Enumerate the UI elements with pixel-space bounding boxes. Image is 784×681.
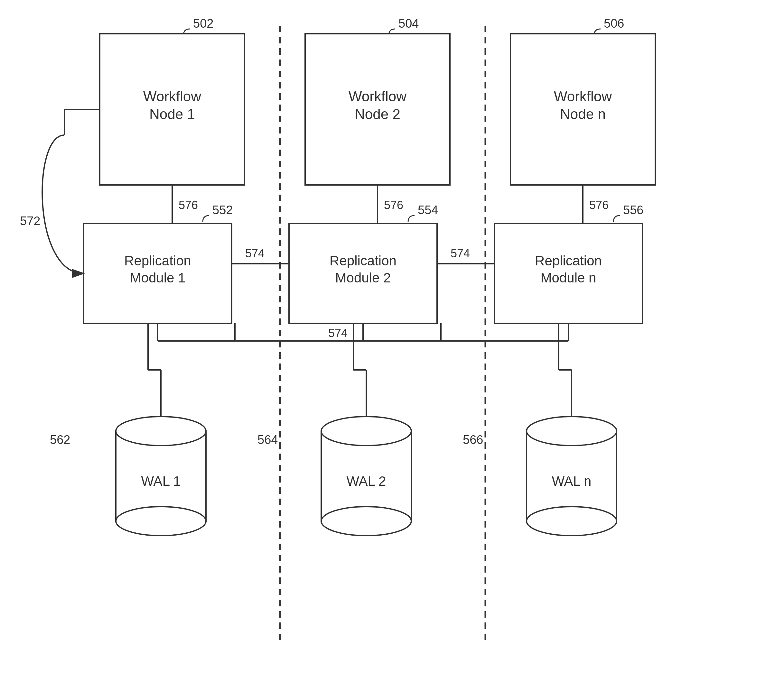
label-574-2: 574 [451, 247, 470, 260]
workflow-node-n-label: Workflow [554, 89, 612, 104]
label-574-3: 574 [328, 326, 348, 340]
label-572: 572 [20, 214, 40, 228]
workflow-node-2-label2: Node 2 [355, 106, 400, 122]
label-576-3: 576 [589, 198, 609, 212]
ref-label-506: 506 [604, 17, 624, 30]
rep-module-n-label: Replication [535, 253, 602, 268]
ref-label-562: 562 [50, 433, 70, 447]
wal2-bottom-ellipse [321, 507, 411, 535]
waln-bottom-ellipse [527, 507, 617, 535]
rep-module-2-label: Replication [330, 253, 397, 268]
ref-label-554: 554 [418, 203, 438, 217]
wal1-label: WAL 1 [141, 474, 181, 489]
wal1-top-ellipse [116, 417, 206, 445]
label-576-1: 576 [179, 198, 198, 212]
workflow-node-1-label: Workflow [143, 89, 201, 104]
ref-tick-556 [613, 215, 620, 222]
ref-label-556: 556 [623, 203, 643, 217]
waln-label: WAL n [552, 474, 592, 489]
label-576-2: 576 [384, 198, 403, 212]
wal2-label: WAL 2 [347, 474, 386, 489]
wal1-bottom-ellipse [116, 507, 206, 535]
ref-label-504: 504 [398, 17, 419, 30]
ref-label-566: 566 [463, 433, 483, 447]
ref-tick-554 [408, 215, 414, 222]
ref-label-552: 552 [213, 203, 233, 217]
ref-label-564: 564 [257, 433, 278, 447]
rep-module-1-label2: Module 1 [130, 270, 186, 285]
label-574-1: 574 [245, 247, 265, 260]
workflow-node-1-label2: Node 1 [149, 106, 195, 122]
workflow-node-n-label2: Node n [560, 106, 606, 122]
rep-module-1-label: Replication [124, 253, 191, 268]
diagram-container: 502 Workflow Node 1 504 Workflow Node 2 … [0, 0, 784, 681]
rep-module-n-label2: Module n [541, 270, 597, 285]
rep-module-2-label2: Module 2 [335, 270, 391, 285]
waln-top-ellipse [527, 417, 617, 445]
ref-label-502: 502 [193, 17, 213, 30]
ref-tick-552 [203, 215, 209, 222]
curved-arrow-572 [42, 135, 84, 274]
workflow-node-2-label: Workflow [349, 89, 406, 104]
wal2-top-ellipse [321, 417, 411, 445]
